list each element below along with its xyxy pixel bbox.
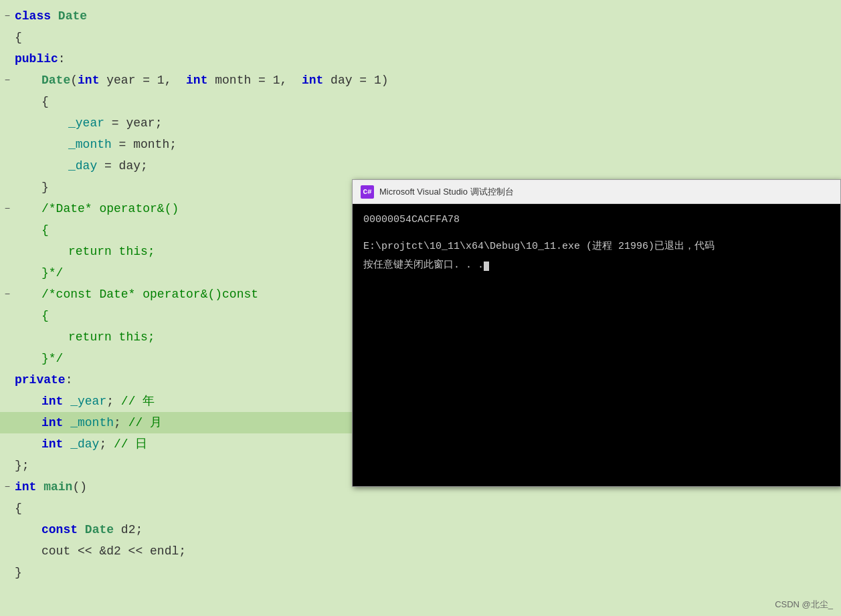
line-content: _month = month;	[68, 134, 177, 155]
watermark: CSDN @北尘_	[775, 599, 833, 611]
line-content: {	[41, 91, 49, 112]
plain-token	[36, 480, 43, 494]
plain-token	[51, 9, 58, 23]
var-name-token: _month	[68, 138, 112, 151]
comment-token: {	[41, 223, 49, 237]
plain-token: ;	[106, 395, 121, 408]
line-content: int _month; // 月	[41, 412, 162, 433]
line-content: return this;	[68, 241, 155, 262]
plain-token: cout << &d2 << endl;	[41, 544, 186, 558]
line-content: }*/	[41, 348, 63, 369]
line-content: Date(int year = 1, int month = 1, int da…	[41, 70, 389, 91]
comment-token: {	[41, 309, 49, 322]
var-name-token: _day	[68, 159, 97, 173]
console-title: Microsoft Visual Studio 调试控制台	[379, 186, 514, 198]
line-content: {	[41, 305, 49, 326]
console-title-bar: C# Microsoft Visual Studio 调试控制台	[353, 180, 840, 204]
comment-token: }*/	[41, 352, 63, 365]
gutter-icon: −	[0, 5, 15, 27]
var-name-token: _month	[70, 416, 114, 429]
kw-class-token: class	[15, 9, 51, 23]
class-name-token: Date	[58, 9, 87, 23]
line-content: /*const Date* operator&()const	[41, 284, 258, 305]
line-content: return this;	[68, 326, 155, 348]
punct-token: {	[41, 95, 49, 108]
plain-token: day = 1)	[323, 74, 388, 87]
line-content: {	[41, 219, 49, 241]
punct-token: }	[15, 566, 22, 579]
line-content: {	[15, 27, 22, 48]
comment-token: // 月	[128, 416, 162, 429]
code-line: }	[0, 562, 841, 583]
plain-token: = month;	[112, 138, 177, 151]
plain-token	[63, 416, 70, 429]
code-line: {	[0, 498, 841, 519]
plain-token: ;	[99, 437, 114, 451]
vs-icon: C#	[361, 185, 374, 199]
comment-token: /*Date* operator&()	[41, 202, 179, 215]
line-content: };	[15, 455, 29, 476]
kw-int-token: int	[41, 437, 63, 451]
comment-token: return this;	[68, 330, 155, 344]
kw-const-token: const	[41, 523, 78, 536]
code-line: {	[0, 27, 841, 48]
kw-public-token: public	[15, 52, 58, 66]
plain-token: (	[70, 74, 78, 87]
line-content: int _day; // 日	[41, 433, 147, 455]
var-name-token: _day	[70, 437, 99, 451]
plain-token: d2;	[114, 523, 143, 536]
class-name-token: main	[43, 480, 72, 494]
console-path: E:\projtct\10_11\x64\Debug\10_11.exe (进程…	[363, 239, 830, 255]
punct-token: {	[15, 31, 22, 44]
punct-token: }	[41, 181, 49, 194]
line-content: }	[41, 177, 49, 198]
cursor-blink	[484, 262, 489, 271]
kw-int-token: int	[78, 74, 99, 87]
class-name-token: Date	[85, 523, 114, 536]
code-line: _month = month;	[0, 134, 841, 155]
console-body: 00000054CACFFA78 E:\projtct\10_11\x64\De…	[353, 204, 840, 486]
line-content: {	[15, 498, 22, 519]
kw-int-token: int	[15, 480, 36, 494]
plain-token: month = 1,	[207, 74, 301, 87]
debug-console: C# Microsoft Visual Studio 调试控制台 0000005…	[352, 179, 841, 487]
plain-token	[63, 395, 70, 408]
plain-token: year = 1,	[99, 74, 186, 87]
line-content: _year = year;	[68, 112, 162, 134]
line-content: /*Date* operator&()	[41, 198, 179, 219]
main-container: −class Date{public:−Date(int year = 1, i…	[0, 0, 841, 616]
comment-token: // 日	[114, 437, 147, 451]
kw-int-token: int	[41, 416, 63, 429]
kw-int-token: int	[186, 74, 207, 87]
code-line: {	[0, 91, 841, 112]
plain-token: ;	[114, 416, 128, 429]
line-content: public:	[15, 48, 66, 70]
gutter-icon: −	[0, 70, 15, 91]
code-line: _year = year;	[0, 112, 841, 134]
var-name-token: _year	[70, 395, 106, 408]
code-line: const Date d2;	[0, 519, 841, 540]
class-name-token: Date	[41, 74, 70, 87]
comment-token: }*/	[41, 266, 63, 280]
plain-token: :	[58, 52, 66, 66]
plain-token: ()	[72, 480, 87, 494]
line-content: }*/	[41, 262, 63, 284]
code-line: −class Date	[0, 5, 841, 27]
kw-int-token: int	[41, 395, 63, 408]
gutter-icon: −	[0, 198, 15, 219]
line-content: cout << &d2 << endl;	[41, 540, 186, 562]
line-content: int main()	[15, 476, 87, 498]
code-line: cout << &d2 << endl;	[0, 540, 841, 562]
gutter-icon: −	[0, 476, 15, 498]
plain-token: };	[15, 459, 29, 472]
kw-int-token: int	[302, 74, 323, 87]
line-content: int _year; // 年	[41, 391, 155, 412]
kw-private-token: private	[15, 373, 66, 387]
var-name-token: _year	[68, 116, 104, 130]
punct-token: {	[15, 502, 22, 515]
plain-token	[63, 437, 70, 451]
comment-token: return this;	[68, 245, 155, 258]
line-content: }	[15, 562, 22, 583]
console-address: 00000054CACFFA78	[363, 212, 830, 228]
comment-token: /*const Date* operator&()const	[41, 288, 258, 301]
